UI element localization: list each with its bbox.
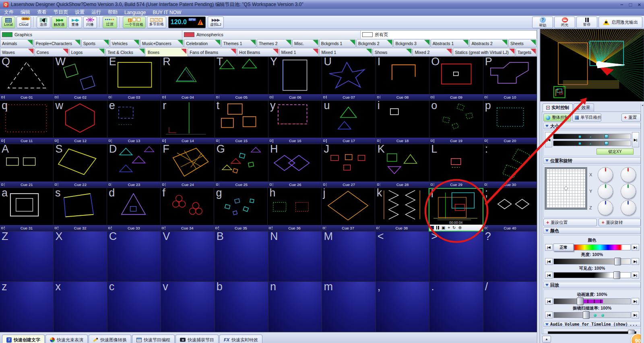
cue-cell[interactable]: ECue 03 — [107, 57, 161, 101]
menu-item[interactable]: 节目页 — [54, 9, 68, 16]
cue-cell[interactable]: l00:00:04▣+↻⊕ — [429, 188, 483, 232]
page-tab[interactable]: Sheets — [508, 39, 537, 48]
cue-cell[interactable]: KCue 28 — [376, 144, 429, 188]
page-tab[interactable]: Waves — [0, 48, 34, 56]
workspace-tab[interactable]: Graphics — [0, 31, 182, 39]
empty-cue-cell[interactable]: v — [161, 282, 215, 332]
cue-cell[interactable]: FCue 24 — [161, 144, 215, 188]
page-tab[interactable]: Mixed 1 — [319, 48, 372, 56]
page-tab[interactable]: Boxes — [146, 48, 187, 56]
cue-cell[interactable]: RCue 04 — [161, 57, 215, 101]
page-tab[interactable]: Misc. — [292, 39, 319, 48]
rotation-knob-y[interactable] — [621, 184, 636, 199]
empty-cue-cell[interactable]: ? — [483, 231, 537, 282]
scan-rate-handle[interactable] — [583, 311, 590, 319]
size-min-button[interactable]: |◀ — [545, 132, 552, 147]
page-tab[interactable]: Cones — [35, 48, 69, 56]
cue-cell[interactable]: PCue 10 — [483, 57, 537, 101]
color-section-header[interactable]: 颜色 — [543, 227, 641, 234]
transition-button[interactable]: •••••过渡 — [103, 17, 117, 28]
cue-cell[interactable]: HCue 26 — [268, 144, 322, 188]
audio-section-header[interactable]: Audio Volume for Timeline (show)... — [543, 322, 641, 327]
page-tab[interactable]: Abstracts 1 — [431, 39, 469, 48]
anim-next-button[interactable]: ▶| — [632, 298, 639, 305]
trigger-mode-button[interactable]: ▶▶■触发器 — [52, 17, 67, 28]
one-cue-button[interactable]: 1一个节目格 — [123, 17, 146, 28]
empty-cue-cell[interactable]: V — [161, 231, 215, 282]
workspace-tab[interactable]: Atmospherics — [182, 31, 361, 39]
single-cue-control-button[interactable]: 单节目格控制 — [572, 114, 601, 122]
audio-volume-slider[interactable] — [548, 331, 636, 334]
lock-xy-button[interactable]: 锁定XY — [597, 149, 634, 155]
cue-cell[interactable]: tCue 15 — [215, 101, 268, 145]
select-mode-button[interactable]: 选择 — [37, 17, 50, 28]
cue-cell[interactable]: DCue 23 — [107, 144, 161, 188]
empty-cue-cell[interactable]: N — [268, 231, 322, 282]
anim-speed-handle[interactable] — [577, 298, 584, 305]
size-x-slider[interactable]: ›› — [553, 134, 631, 139]
brightness-handle[interactable] — [614, 258, 621, 265]
frame-icon[interactable]: ▣ — [442, 225, 445, 230]
visible-points-handle[interactable] — [613, 271, 620, 279]
restore-button[interactable]: □ — [629, 2, 632, 8]
page-tab[interactable]: Shows — [373, 48, 413, 56]
page-tab[interactable]: People+Characters — [34, 39, 81, 48]
cue-cell[interactable]: WCue 02 — [54, 57, 107, 101]
quick-tab[interactable]: 快速光束表演 — [45, 335, 88, 343]
rotation-knob-x[interactable] — [621, 167, 636, 182]
quick-tab[interactable]: 快速节目编程 — [132, 335, 175, 343]
cue-cell[interactable]: dCue 33 — [107, 188, 161, 232]
local-button[interactable]: Local — [2, 17, 15, 28]
page-tab[interactable]: Music+Dancers — [140, 39, 184, 48]
cue-cell[interactable]: ACue 21 — [0, 144, 54, 188]
pause-icon[interactable] — [436, 226, 439, 229]
scan-rate-slider[interactable] — [553, 312, 631, 318]
tab-effects[interactable]: Σ效果 — [574, 103, 594, 112]
cue-cell[interactable]: TCue 05 — [215, 57, 268, 101]
reset-position-button[interactable]: +重设位置 — [543, 219, 597, 226]
flash-mode-button[interactable]: 闪播 — [83, 17, 97, 28]
panel-scrollbar[interactable]: ▲ — [641, 104, 644, 343]
size-section-header[interactable]: 大小 — [543, 123, 641, 129]
audio-volume-handle[interactable] — [628, 330, 635, 334]
page-tab[interactable]: Bckgrnds 1 — [319, 39, 356, 48]
rotate-icon[interactable]: ↻ — [452, 225, 456, 230]
empty-cue-cell[interactable]: , — [376, 282, 429, 332]
cue-cell[interactable]: ICue 08 — [376, 57, 429, 101]
multi-cue-button[interactable]: 123多节目格 — [147, 17, 166, 28]
scroll-up-button[interactable]: ▲ — [542, 336, 551, 343]
quick-tab[interactable]: T快速创建文字 — [2, 335, 45, 343]
empty-cue-cell[interactable]: > — [429, 231, 483, 282]
menu-item[interactable]: 文件 — [4, 9, 14, 16]
page-tab[interactable]: Mixed 1 — [279, 48, 319, 56]
empty-cue-cell[interactable]: X — [54, 231, 107, 282]
cue-cell[interactable]: gCue 35 — [214, 188, 268, 232]
page-tab[interactable]: Themes 1 — [221, 39, 256, 48]
empty-cue-cell[interactable]: z — [0, 282, 54, 332]
cue-cell[interactable]: uCue 17 — [322, 101, 376, 145]
page-tab[interactable]: Sports — [81, 39, 109, 48]
empty-cue-cell[interactable]: . — [429, 282, 483, 332]
color-prev-button[interactable]: |◀ — [545, 244, 553, 251]
page-tab[interactable]: Mixed 2 — [413, 48, 452, 56]
overall-control-button[interactable]: 整体控制 — [543, 114, 571, 122]
cue-cell[interactable]: rCue 14 — [161, 101, 215, 145]
empty-cue-cell[interactable]: M — [322, 231, 376, 282]
cue-cell[interactable]: oCue 19 — [429, 101, 483, 145]
cue-cell[interactable]: eCue 13 — [107, 101, 161, 145]
quick-tab[interactable]: 快速图像转换 — [89, 335, 131, 343]
visible-prev-button[interactable]: |◀ — [545, 272, 553, 279]
empty-cue-cell[interactable]: Z — [0, 231, 54, 282]
reset-rotation-button[interactable]: +重设旋转 — [599, 219, 641, 226]
cloud-button[interactable]: ☁Cloudbeta — [17, 17, 31, 28]
size-x-handle[interactable] — [605, 134, 608, 138]
menu-item[interactable]: 帮助 — [108, 9, 118, 16]
size-y-handle[interactable] — [605, 141, 608, 145]
position-knob-x[interactable] — [598, 167, 613, 182]
menu-item[interactable]: 查看 — [37, 9, 47, 16]
scan-prev-button[interactable]: |◀ — [545, 312, 553, 318]
empty-cue-cell[interactable]: < — [376, 231, 429, 282]
color-next-button[interactable]: ▶| — [632, 244, 639, 251]
cue-cell[interactable]: sCue 32 — [54, 188, 107, 232]
bpm-display[interactable]: 120.0 BPM — [168, 17, 206, 28]
